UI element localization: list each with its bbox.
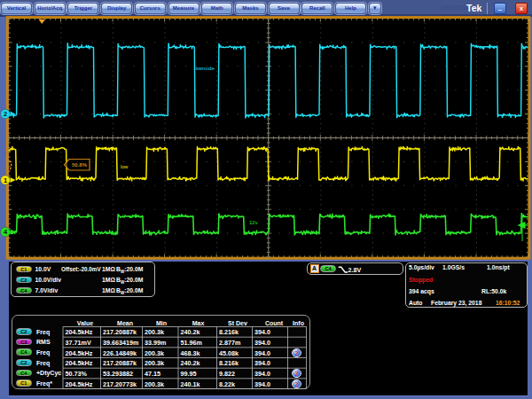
svg-text:1: 1 (4, 176, 7, 184)
svg-text:swnode: swnode (196, 65, 215, 71)
svg-text:low: low (121, 164, 128, 169)
svg-text:12v: 12v (249, 220, 258, 225)
svg-text:2: 2 (4, 110, 7, 118)
svg-text:50.8%: 50.8% (72, 162, 88, 168)
